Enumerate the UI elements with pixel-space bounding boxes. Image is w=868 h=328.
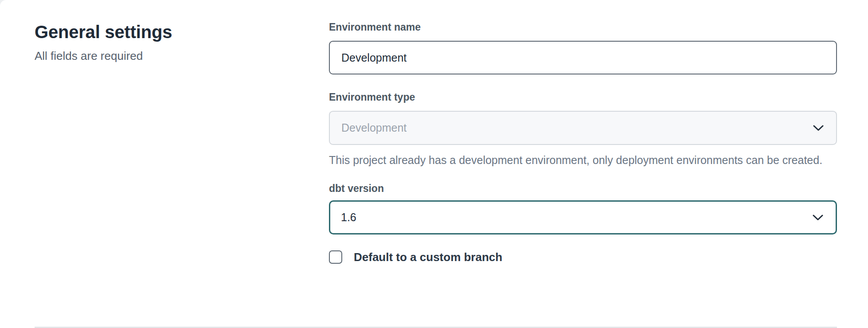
environment-name-input[interactable] (329, 41, 837, 74)
custom-branch-row: Default to a custom branch (329, 250, 837, 264)
chevron-down-icon (813, 125, 824, 131)
general-settings-card: General settings All fields are required… (0, 0, 868, 328)
dbt-version-select-wrap: 1.6 (329, 200, 837, 234)
dbt-version-value: 1.6 (341, 211, 356, 224)
environment-name-label: Environment name (329, 20, 837, 34)
environment-type-helper: This project already has a development e… (329, 151, 837, 169)
page-subtitle: All fields are required (35, 49, 329, 63)
environment-type-value: Development (341, 121, 407, 134)
custom-branch-checkbox[interactable] (329, 250, 342, 264)
general-settings-content: General settings All fields are required… (0, 0, 868, 264)
chevron-down-icon (813, 215, 823, 221)
custom-branch-label[interactable]: Default to a custom branch (354, 250, 502, 264)
environment-type-label: Environment type (329, 90, 837, 104)
dbt-version-select[interactable]: 1.6 (329, 200, 837, 234)
environment-type-select: Development (329, 111, 837, 145)
dbt-version-label: dbt version (329, 182, 837, 195)
settings-form: Environment name Environment type Develo… (329, 0, 837, 264)
section-intro: General settings All fields are required (35, 0, 329, 264)
page-title: General settings (35, 21, 329, 43)
